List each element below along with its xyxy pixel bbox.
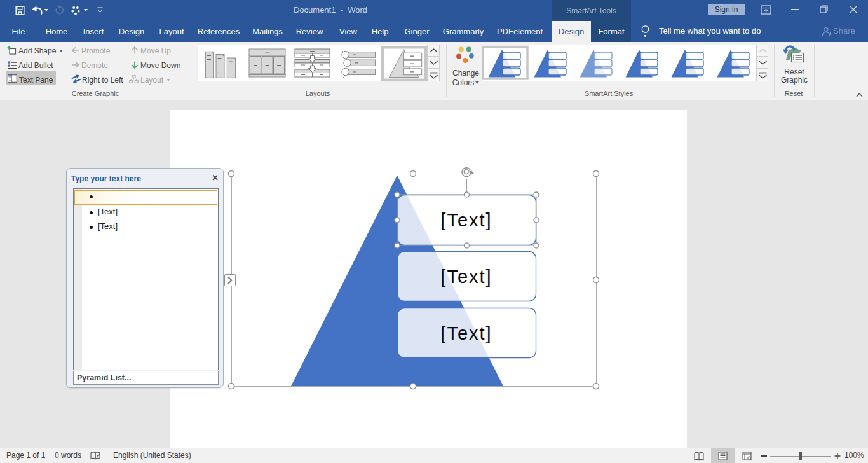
svg-text:[Text]: [Text] [440,266,492,287]
svg-text:[Text]: [Text] [440,210,492,230]
svg-text:[Text]: [Text] [440,323,492,343]
